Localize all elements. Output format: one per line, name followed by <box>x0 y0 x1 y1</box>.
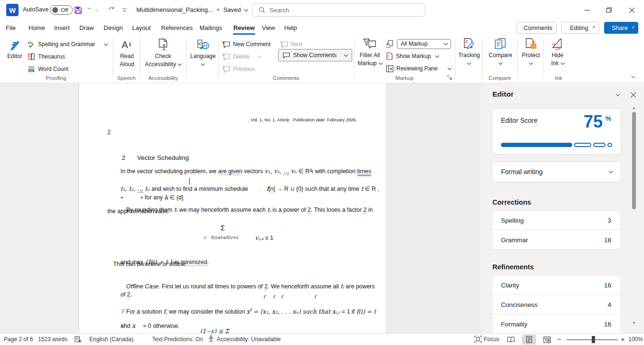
reviewing-pane-button[interactable]: Reviewing Pane <box>386 64 451 73</box>
group-divider <box>218 39 219 79</box>
word-logo-icon: W <box>6 4 19 16</box>
refinement-row-clarity[interactable]: Clarity 16 <box>492 275 621 295</box>
thesaurus-button[interactable]: Thesaurus <box>28 52 65 61</box>
text-predictions-indicator[interactable]: Text Predictions: On <box>152 336 203 343</box>
tab-view[interactable]: View <box>261 20 276 36</box>
group-label-compare: Compare <box>482 75 517 81</box>
focus-button[interactable] <box>474 335 482 343</box>
ribbon-review: Editor abc Spelling and Grammar Thesauru… <box>0 36 644 83</box>
correction-row-spelling[interactable]: Spelling 3 <box>492 210 621 230</box>
tab-mailings[interactable]: Mailings <box>199 20 223 36</box>
document-title[interactable]: Multidimensional_Packing... • Saved <box>136 6 248 13</box>
comments-button[interactable]: Comments <box>517 22 557 34</box>
customize-toolbar-button[interactable] <box>119 4 130 16</box>
show-comments-button[interactable]: Show Comments <box>278 49 352 61</box>
redo-button[interactable] <box>106 4 117 16</box>
tracking-button[interactable]: Tracking <box>457 38 481 67</box>
editor-pane-close-button[interactable] <box>629 90 637 99</box>
tab-layout[interactable]: Layout <box>131 20 152 36</box>
markup-dialog-launcher[interactable] <box>447 75 452 80</box>
editing-mode-button[interactable]: Editing <box>561 22 599 34</box>
save-button[interactable] <box>72 4 84 16</box>
check-accessibility-button[interactable]: Check Accessibility <box>143 38 183 68</box>
group-divider <box>186 39 187 79</box>
delete-comment-icon <box>222 53 230 60</box>
tab-file[interactable]: File <box>5 20 17 36</box>
editor-pane-collapse-button[interactable] <box>614 90 622 99</box>
group-divider <box>455 39 455 79</box>
hide-ink-chevron-icon <box>560 61 564 65</box>
pane-chevron-icon <box>616 92 620 96</box>
undo-chevron-icon <box>95 8 99 11</box>
correction-row-grammar[interactable]: Grammar 18 <box>492 230 621 250</box>
web-layout-button[interactable] <box>540 335 554 345</box>
filter-all-markup-button[interactable]: Filter All Markup <box>357 38 383 67</box>
show-comments-chevron-icon <box>344 52 348 56</box>
next-comment-button[interactable]: Next <box>280 39 303 49</box>
zoom-out-button[interactable]: − <box>557 335 561 343</box>
print-layout-button[interactable] <box>522 335 536 345</box>
spelling-icon: abc <box>28 40 35 48</box>
autosave-toggle[interactable]: Off <box>50 5 73 15</box>
pane-scroll-up-button[interactable]: ▲ <box>632 106 636 110</box>
hide-ink-button[interactable]: Hide Ink <box>545 38 570 67</box>
minimize-icon <box>585 8 590 13</box>
zoom-level[interactable]: 100% <box>628 336 643 343</box>
language-button[interactable]: Language <box>189 38 217 68</box>
compare-button[interactable]: Compare <box>485 38 516 67</box>
tab-references[interactable]: References <box>160 20 193 36</box>
refinement-row-conciseness[interactable]: Conciseness 4 <box>492 295 621 315</box>
title-chevron-icon <box>244 8 248 11</box>
previous-comment-button[interactable]: Previous <box>222 64 255 74</box>
read-mode-button[interactable] <box>504 335 518 345</box>
protect-chevron-icon <box>529 61 533 65</box>
show-markup-button[interactable]: Show Markup <box>386 51 439 61</box>
toggle-knob-icon <box>52 7 58 13</box>
proofing-status-icon[interactable] <box>75 335 82 343</box>
tab-insert[interactable]: Insert <box>53 20 71 36</box>
close-button[interactable] <box>621 0 643 20</box>
pane-scroll-down-button[interactable]: ▼ <box>632 321 636 325</box>
writing-style-dropdown[interactable]: Formal writing <box>492 161 621 182</box>
restore-button[interactable] <box>598 0 620 20</box>
editor-button[interactable]: Editor <box>4 38 26 59</box>
score-bar-segment <box>607 143 612 147</box>
zoom-in-button[interactable]: + <box>621 335 625 343</box>
editor-score-card: Editor Score 75 % <box>492 108 621 155</box>
refinement-row-formality[interactable]: Formality 16 <box>492 314 621 333</box>
accessibility-indicator[interactable]: Accessibility: Unavailable <box>217 336 281 343</box>
delete-comment-button[interactable]: Delete <box>222 52 261 61</box>
collapse-ribbon-button[interactable] <box>629 72 634 81</box>
share-button[interactable]: Share <box>604 22 638 34</box>
minimize-button[interactable] <box>576 0 598 20</box>
word-count-button[interactable]: 123 Word Count <box>28 64 68 74</box>
writing-style-value: Formal writing <box>501 168 543 176</box>
document-canvas: , Vol. 1, No. 1, Article . Publication d… <box>0 83 644 333</box>
tab-home[interactable]: Home <box>28 20 46 36</box>
new-comment-button[interactable]: New Comment <box>222 39 270 49</box>
dialog-launcher-icon <box>447 75 452 80</box>
page-indicator[interactable]: Page 2 of 6 <box>4 336 33 343</box>
spelling-grammar-button[interactable]: abc Spelling and Grammar <box>28 39 107 49</box>
document-page[interactable]: , Vol. 1, No. 1, Article . Publication d… <box>79 83 385 333</box>
tab-draw[interactable]: Draw <box>78 20 95 36</box>
formula-2-partial: (1−ε) ≤ Σ <box>200 327 229 333</box>
protect-button[interactable]: Protect <box>519 38 543 67</box>
read-aloud-button[interactable]: A Read Aloud <box>115 38 139 68</box>
clarity-count: 16 <box>604 282 611 289</box>
language-indicator[interactable]: English (Canada) <box>89 336 134 343</box>
word-count-indicator[interactable]: 1523 words <box>38 336 67 343</box>
tab-help[interactable]: Help <box>283 20 298 36</box>
zoom-slider-thumb[interactable] <box>592 336 595 343</box>
pane-scrollbar-thumb[interactable] <box>632 112 636 209</box>
tab-design[interactable]: Design <box>103 20 124 36</box>
formula-rhs: vᵢ,ₖ ≤ 1 <box>242 227 273 248</box>
undo-button[interactable] <box>87 4 98 16</box>
editor-score-unit: % <box>606 115 611 122</box>
protect-icon <box>525 38 537 50</box>
tab-review[interactable]: Review <box>232 20 256 36</box>
editing-chevron-icon <box>593 26 595 28</box>
search-input[interactable]: Search <box>252 3 425 17</box>
all-markup-dropdown[interactable]: All Markup <box>397 39 451 49</box>
search-icon <box>259 7 265 13</box>
